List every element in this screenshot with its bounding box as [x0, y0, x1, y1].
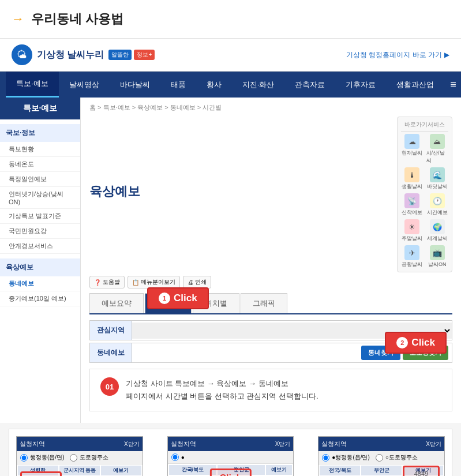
icon-item-5[interactable]: 📡 신착예보: [401, 193, 423, 216]
icon-bg-6: 🕐: [430, 193, 445, 208]
nav-item-observation[interactable]: 관측자료: [284, 73, 335, 97]
service-icons-panel: 바로가기서비스 ☁ 현재날씨 ⛰ 시/산/날씨 🌡 생활날씨: [397, 117, 452, 272]
nav-item-climate[interactable]: 기후자료: [335, 73, 386, 97]
close-btn-2[interactable]: X닫기: [275, 440, 291, 448]
logo-icon: 🌤: [12, 44, 32, 65]
nav-item-tokbo[interactable]: 특보·예보: [6, 72, 59, 98]
logo-sub: 알뜰한 정보+: [108, 50, 155, 60]
icon-bg-4: 🌊: [430, 167, 445, 182]
title-arrow-icon: →: [12, 12, 24, 27]
print-btn[interactable]: 🖨인쇄: [183, 276, 211, 288]
radio-row-1: 행정동(읍/면) 도로명주소: [17, 451, 143, 464]
badge-1-number: 1: [159, 293, 170, 304]
grid-area: 실청지역 X닫기 행정동(읍/면) 도로명주소 성령한 군시지역 동동 예보기: [9, 429, 452, 476]
step1-text: 기상청 사이트 특보예보 → 육상예보 → 동네예보 페이지에서 시간별 버튼을…: [126, 377, 318, 403]
nav-item-life[interactable]: 생활과산업: [386, 73, 444, 97]
sidebar-header: 특보·예보: [0, 98, 80, 119]
arrow-2: ▶: [299, 436, 312, 476]
close-btn-1[interactable]: X닫기: [124, 440, 140, 448]
icon-item-8[interactable]: 🌍 세계날씨: [426, 219, 449, 242]
sidebar-item-midterm[interactable]: 중기예보(10일 예보): [0, 291, 80, 306]
icon-bg-2: ⛰: [430, 134, 445, 149]
help-btn[interactable]: ❓도움말: [89, 276, 125, 288]
tab-graphic[interactable]: 그래픽: [241, 293, 287, 313]
sidebar-section-title-2: 육상예보: [0, 258, 80, 276]
tab-bar: 예보요약 시간별 위치별 그래픽: [89, 293, 452, 314]
content-area: 특보·예보 국보·정보 특보현황 동네온도 특정일인예보 인터넷기/상승(낮씨O…: [0, 98, 461, 423]
nav-item-sea[interactable]: 바다날씨: [110, 73, 160, 97]
nav-item-earthquake[interactable]: 지진·화산: [232, 73, 285, 97]
radio-road-1[interactable]: [70, 454, 77, 462]
logo-badge2: 정보+: [134, 50, 155, 60]
sidebar: 특보·예보 국보·정보 특보현황 동네온도 특정일인예보 인터넷기/상승(낮씨O…: [0, 98, 81, 423]
menu-view-btn[interactable]: 📋메뉴분이보기: [128, 276, 180, 288]
nav-item-weather[interactable]: 날씨영상: [59, 73, 110, 97]
icon-item-1[interactable]: ☁ 현재날씨: [401, 134, 423, 164]
logo-badge: 알뜰한: [108, 50, 132, 60]
sidebar-item-fog[interactable]: 안개경보서비스: [0, 239, 80, 254]
nav-item-typhoon[interactable]: 태풍: [160, 73, 196, 97]
icon-item-7[interactable]: ☀ 주말날씨: [401, 219, 423, 242]
mini-table-2: 실청지역 X닫기 ● 간국/북도 뿐인군 예보기 창원 고창군: [167, 436, 294, 476]
mini-table-3: 실청지역 X닫기 ●행정동(읍/면) ○도로명주소 전국/북도 부안군 예보기: [318, 436, 445, 476]
icon-item-3[interactable]: 🌡 생활날씨: [401, 167, 423, 190]
badge-2-number: 2: [396, 337, 408, 348]
icon-bg-7: ☀: [404, 219, 419, 234]
sidebar-item-dongbone[interactable]: 동네온도: [0, 157, 80, 172]
breadcrumb: 홈 > 특보·예보 > 육상예보 > 동네예보 > 시간별: [89, 103, 452, 112]
sidebar-item-special[interactable]: 특정일인예보: [0, 172, 80, 187]
sidebar-item-standard[interactable]: 기상특보 발표기준: [0, 209, 80, 224]
page-title-bar: → 우리동네 사용법: [0, 0, 461, 39]
radio-road-3[interactable]: [376, 454, 383, 462]
radio-admin-1[interactable]: [20, 454, 28, 462]
close-btn-3[interactable]: X닫기: [426, 440, 441, 448]
click-text-1: Click: [174, 293, 197, 304]
three-col: 실청지역 X닫기 행정동(읍/면) 도로명주소 성령한 군시지역 동동 예보기: [16, 436, 445, 476]
icon-bg-5: 📡: [404, 193, 419, 208]
click-overlay-2: Click: [209, 468, 251, 476]
col-header-32: 부안군: [361, 466, 402, 475]
sidebar-item-complaint[interactable]: 국민민원요강: [0, 224, 80, 239]
arrow-1: ▶: [149, 436, 162, 476]
form-area: 관심지역 동네예보 동네찾기 도로명찾기 2 C: [89, 320, 452, 363]
click-text-2: Click: [411, 337, 435, 348]
sidebar-section-title-1: 국보·정보: [0, 124, 80, 142]
col-header-13: 예보기: [101, 466, 141, 475]
site-header: 🌤 기상청 날씨누리 알뜰한 정보+ 기상청 행정홈페이지 바로 가기 ▶: [0, 39, 461, 72]
tab-summary[interactable]: 예보요약: [89, 293, 144, 313]
logo-main-text: 기상청 날씨누리: [37, 49, 104, 61]
sidebar-item-neighborhood[interactable]: 동네예보: [0, 276, 80, 291]
page-title: 우리동네 사용법: [31, 10, 123, 28]
interest-label: 관심지역: [90, 321, 132, 340]
icon-item-6[interactable]: 🕐 시간예보: [426, 193, 449, 216]
click-overlay-3: 4849 Click: [403, 466, 440, 476]
radio-row-3: ●행정동(읍/면) ○도로명주소: [318, 451, 444, 464]
neighborhood-label: 동네예보: [90, 343, 132, 362]
header-link-arrow: ▶: [444, 51, 449, 59]
icon-item-2[interactable]: ⛰ 시/산/날씨: [426, 134, 449, 164]
sidebar-item-internet[interactable]: 인터넷기/상승(낮씨ON): [0, 187, 80, 209]
mini-header-2: 실청지역 X닫기: [168, 437, 294, 451]
icon-item-4[interactable]: 🌊 바닷날씨: [426, 167, 449, 190]
icon-bg-9: ✈: [404, 245, 419, 260]
step1-circle: 01: [100, 377, 119, 396]
step1-box: 01 기상청 사이트 특보예보 → 육상예보 → 동네예보 페이지에서 시간별 …: [89, 369, 452, 411]
icon-item-9[interactable]: ✈ 공항날씨: [401, 245, 423, 268]
service-icons-title: 바로가기서비스: [401, 121, 448, 132]
nav-item-yellow-dust[interactable]: 황사: [196, 73, 232, 97]
radio-admin-3[interactable]: [322, 454, 329, 462]
page-wrapper: → 우리동네 사용법 🌤 기상청 날씨누리 알뜰한 정보+ 기상청 행정홈페이지…: [0, 0, 461, 476]
mini-header-3: 실청지역 X닫기: [318, 437, 444, 451]
icon-item-10[interactable]: 📺 날씨ON: [426, 245, 449, 268]
mini-header-1: 실청지역 X닫기: [17, 437, 143, 451]
click-badge-1-overlay: 1 Click: [147, 287, 209, 309]
header-link[interactable]: 기상청 행정홈페이지 바로 가기 ▶: [346, 50, 449, 60]
nav-bar: 특보·예보 날씨영상 바다날씨 태풍 황사 지진·화산 관측자료 기후자료 생활…: [0, 72, 461, 98]
nav-menu-icon[interactable]: ≡: [444, 72, 461, 98]
icon-bg-1: ☁: [404, 134, 419, 149]
sidebar-item-tokbo[interactable]: 특보현황: [0, 142, 80, 157]
click-overlay-1: Click: [20, 471, 62, 476]
radio-admin-2[interactable]: [171, 453, 179, 461]
tabs-container: 예보요약 시간별 위치별 그래픽 1 Click: [89, 293, 452, 314]
main-content: 홈 > 특보·예보 > 육상예보 > 동네예보 > 시간별 육상예보 바로가기서…: [81, 98, 461, 423]
